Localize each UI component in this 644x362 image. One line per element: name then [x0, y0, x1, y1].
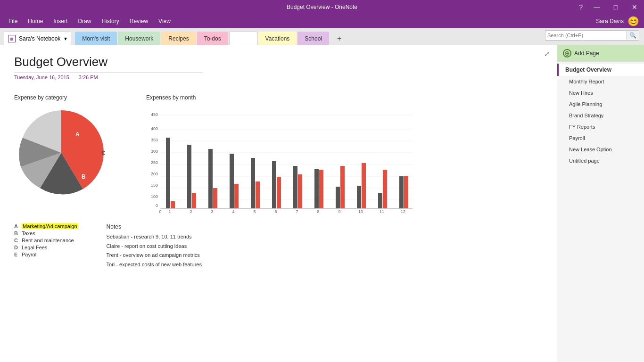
svg-text:A: A — [75, 131, 80, 138]
add-page-button[interactable]: ⊕ Add Page — [557, 45, 644, 62]
svg-text:C: C — [101, 150, 106, 156]
svg-text:400: 400 — [151, 126, 158, 131]
tab-add[interactable]: + — [330, 32, 348, 45]
legend-text-b: Taxes — [22, 230, 35, 236]
tab-school[interactable]: School — [297, 32, 329, 45]
svg-rect-53 — [378, 193, 382, 208]
svg-rect-32 — [230, 154, 234, 208]
page-date: Tuesday, June 16, 2015 3:26 PM — [14, 74, 543, 80]
notebook-name: Sara's Notebook — [19, 35, 60, 42]
svg-rect-30 — [213, 188, 217, 208]
menu-items: File Home Insert Draw History Review Vie… — [4, 16, 640, 26]
svg-rect-48 — [340, 166, 345, 208]
add-page-icon: ⊕ — [563, 49, 571, 58]
tab-moms-visit[interactable]: Mom's visit — [75, 32, 117, 45]
minimize-button[interactable]: ― — [587, 0, 606, 14]
page-title: Budget Overview — [14, 55, 203, 73]
svg-rect-35 — [251, 158, 255, 208]
right-panel: ⊕ Add Page Budget Overview Monthly Repor… — [557, 45, 644, 362]
tab-todos[interactable]: To-dos — [197, 32, 228, 45]
notes-item-1: Sebastian - research 9, 10, 11 trends — [107, 233, 202, 241]
legend-text-d: Legal Fees — [22, 245, 47, 250]
notes-item-2: Claire - report on cost cutting ideas — [107, 242, 202, 250]
legend-item-a: A Marketing/Ad campaign — [14, 223, 78, 229]
svg-rect-45 — [319, 170, 323, 208]
page-item-monthly-report[interactable]: Monthly Report — [557, 76, 644, 87]
svg-text:0: 0 — [159, 209, 161, 214]
search-input[interactable] — [545, 33, 627, 38]
svg-text:0: 0 — [156, 203, 158, 208]
notes-section: Notes Sebastian - research 9, 10, 11 tre… — [107, 223, 202, 270]
legend-section: A Marketing/Ad campaign B Taxes C Rent a… — [14, 223, 78, 270]
pie-section: Expense by category A — [14, 94, 127, 209]
svg-text:9: 9 — [338, 209, 340, 214]
svg-rect-44 — [314, 169, 319, 208]
menu-insert[interactable]: Insert — [49, 16, 72, 26]
expand-button[interactable]: ⤢ — [544, 50, 550, 58]
svg-rect-41 — [293, 166, 297, 208]
bar-chart-svg: 450 400 350 300 250 200 150 100 0 — [146, 106, 420, 214]
page-item-untitled-page[interactable]: Untitled page — [557, 155, 644, 166]
page-item-new-lease-option[interactable]: New Lease Option — [557, 144, 644, 155]
page-item-budget-overview[interactable]: Budget Overview — [557, 64, 644, 76]
tab-work[interactable]: Work — [229, 32, 257, 45]
menu-file[interactable]: File — [4, 16, 22, 26]
tab-housework[interactable]: Housework — [118, 32, 160, 45]
svg-text:150: 150 — [151, 183, 158, 188]
user-area: Sara Davis 😊 — [596, 16, 639, 27]
page-item-payroll[interactable]: Payroll — [557, 132, 644, 144]
pie-chart: A B C D E — [14, 106, 108, 200]
notebook-selector[interactable]: ▦ Sara's Notebook ▾ — [4, 32, 71, 45]
add-page-label: Add Page — [574, 50, 599, 57]
svg-text:7: 7 — [296, 209, 298, 214]
svg-text:10: 10 — [358, 209, 363, 214]
svg-text:8: 8 — [317, 209, 319, 214]
tab-vacations[interactable]: Vacations — [258, 32, 297, 45]
menu-draw[interactable]: Draw — [73, 16, 96, 26]
page-item-agile-planning[interactable]: Agile Planning — [557, 99, 644, 110]
svg-rect-36 — [256, 181, 260, 208]
svg-rect-51 — [362, 163, 366, 208]
maximize-button[interactable]: □ — [606, 0, 625, 14]
svg-text:12: 12 — [401, 209, 405, 214]
close-button[interactable]: ✕ — [625, 0, 644, 14]
content-area: ⤢ Budget Overview Tuesday, June 16, 2015… — [0, 45, 557, 362]
help-icon[interactable]: ? — [579, 3, 583, 11]
svg-text:2: 2 — [190, 209, 192, 214]
svg-text:100: 100 — [151, 194, 158, 199]
notes-item-3: Trent - overview on ad campaign metrics — [107, 251, 202, 259]
svg-rect-57 — [404, 176, 408, 208]
page-item-fy-reports[interactable]: FY Reports — [557, 121, 644, 132]
page-item-brand-strategy[interactable]: Brand Strategy — [557, 110, 644, 121]
legend-letter-c: C — [14, 238, 19, 243]
window-controls: ― □ ✕ — [587, 0, 644, 14]
svg-text:B: B — [82, 173, 86, 180]
page-item-new-hires[interactable]: New Hires — [557, 87, 644, 99]
bar-section: Expenses by month 450 400 350 300 250 20… — [146, 94, 543, 209]
svg-text:6: 6 — [274, 209, 277, 214]
menu-home[interactable]: Home — [23, 16, 48, 26]
svg-rect-24 — [171, 201, 175, 208]
legend-letter-b: B — [14, 230, 19, 236]
legend-letter-d: D — [14, 245, 19, 250]
tab-recipes[interactable]: Recipes — [161, 32, 196, 45]
pages-list: Budget Overview Monthly Report New Hires… — [557, 62, 644, 362]
legend-item-c: C Rent and maintenance — [14, 238, 78, 243]
svg-rect-50 — [357, 186, 361, 208]
pie-chart-title: Expense by category — [14, 94, 127, 101]
legend-item-e: E Payroll — [14, 252, 78, 257]
main-area: ⤢ Budget Overview Tuesday, June 16, 2015… — [0, 45, 644, 362]
notebook-dropdown-icon: ▾ — [64, 35, 67, 42]
menu-view[interactable]: View — [154, 16, 175, 26]
legend-item-d: D Legal Fees — [14, 245, 78, 250]
svg-text:5: 5 — [253, 209, 256, 214]
svg-text:E: E — [53, 181, 57, 187]
pie-chart-svg: A B C D E — [14, 106, 108, 200]
menu-review[interactable]: Review — [125, 16, 153, 26]
menu-history[interactable]: History — [97, 16, 124, 26]
app-title: Budget Overview - OneNote — [287, 4, 357, 10]
svg-rect-56 — [399, 176, 404, 208]
svg-text:450: 450 — [151, 112, 158, 117]
svg-rect-38 — [272, 161, 276, 208]
search-button[interactable]: 🔍 — [627, 31, 639, 40]
